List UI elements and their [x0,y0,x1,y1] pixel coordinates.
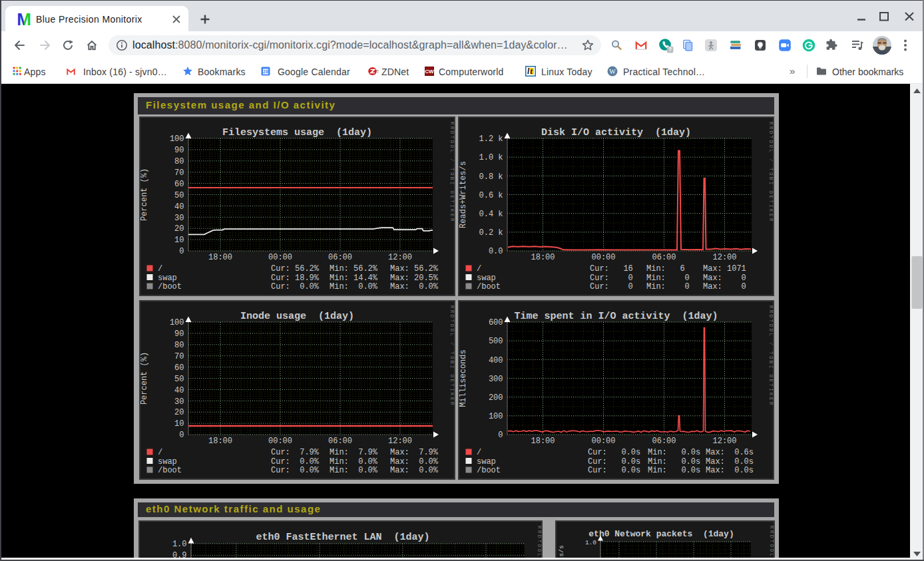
svg-text:RRDTOOL / TOBI OETIKER: RRDTOOL / TOBI OETIKER [768,122,774,223]
svg-text:Min: 0.0%: Min: 0.0% [330,457,378,467]
svg-text:80: 80 [174,341,184,350]
svg-text:W: W [609,68,616,75]
svg-text:Min: 6: Min: 6 [646,264,685,274]
svg-text:0.8 k: 0.8 k [479,172,503,182]
svg-text:swap: swap [477,457,496,467]
svg-text:RRDTOOL / TOBI OETIKER: RRDTOOL / TOBI OETIKER [449,122,455,223]
svg-text:/boot: /boot [477,282,501,291]
svg-text:Filesystems usage (1day): Filesystems usage (1day) [222,127,372,138]
svg-text:00:00: 00:00 [268,437,292,446]
svg-text:RRDTOOL / TOBI OETIKER: RRDTOOL / TOBI OETIKER [769,526,774,561]
svg-text:06:00: 06:00 [652,437,676,446]
svg-text:Cur: 0.0%: Cur: 0.0% [271,457,320,467]
svg-text:CW: CW [425,69,434,75]
svg-text:30: 30 [174,214,184,223]
svg-text:Max: 0.0s: Max: 0.0s [706,457,754,467]
svg-text:06:00: 06:00 [652,253,676,262]
svg-text:Max: 0.0%: Max: 0.0% [390,466,439,475]
svg-text:60: 60 [174,363,184,373]
svg-text:/: / [158,448,162,457]
svg-text:70: 70 [174,168,184,178]
svg-text:Min: 7.9%: Min: 7.9% [330,448,378,457]
svg-text:swap: swap [477,274,496,283]
svg-text:1.0 k: 1.0 k [479,153,503,162]
svg-text:80: 80 [174,157,184,166]
svg-text:0.0: 0.0 [489,247,503,256]
svg-text:Min: 0.0s: Min: 0.0s [648,466,700,475]
svg-text:Max: 7.9%: Max: 7.9% [390,448,439,457]
svg-text:1.0: 1.0 [585,539,596,546]
svg-text:Inode usage (1day): Inode usage (1day) [240,311,354,322]
svg-text:90: 90 [174,329,184,339]
svg-text:Cur: 0: Cur: 0 [590,282,633,291]
svg-text:12:00: 12:00 [712,437,736,446]
svg-text:/boot: /boot [158,466,182,475]
svg-text:Cur: 7.9%: Cur: 7.9% [271,448,320,457]
svg-text:28: 28 [263,69,268,74]
svg-text:Disk I/O activity (1day): Disk I/O activity (1day) [541,127,691,138]
svg-text:Milliseconds: Milliseconds [459,349,468,407]
svg-text:100: 100 [170,134,184,144]
svg-text:Reads+Writes/s: Reads+Writes/s [459,161,468,228]
svg-text:20: 20 [174,224,184,234]
svg-text:Cur: 0.0s: Cur: 0.0s [588,466,640,475]
svg-text:Max: 0.0%: Max: 0.0% [390,282,439,291]
svg-text:00:00: 00:00 [591,437,615,446]
svg-text:00:00: 00:00 [268,253,292,262]
svg-text:Min: 0.0s: Min: 0.0s [648,457,700,467]
svg-text:Max: 0: Max: 0 [703,282,746,291]
svg-text:Min: 0.0%: Min: 0.0% [330,282,378,291]
svg-text:Max: 0.0s: Max: 0.0s [706,466,754,475]
svg-text:06:00: 06:00 [328,437,352,446]
svg-text:RRDTOOL / TOBI OETIKER: RRDTOOL / TOBI OETIKER [537,526,542,561]
svg-text:Time spent in I/O activity (1: Time spent in I/O activity (1day) [514,311,718,322]
svg-text:Min: 0: Min: 0 [646,282,690,291]
svg-text:Cur: 18.9%: Cur: 18.9% [271,274,320,283]
svg-text:500: 500 [489,337,503,346]
svg-text:30: 30 [174,397,184,407]
svg-text:0: 0 [498,431,503,440]
svg-text:swap: swap [158,457,177,467]
svg-text:/: / [158,264,162,274]
svg-text:400: 400 [489,356,503,365]
svg-text:20: 20 [174,408,184,417]
svg-text:Max: 20.5%: Max: 20.5% [390,274,439,283]
svg-text:Cur: 0.0s: Cur: 0.0s [588,448,640,457]
svg-text:Max: 56.2%: Max: 56.2% [390,264,439,274]
svg-text:Cur: 0.0%: Cur: 0.0% [271,466,320,475]
svg-text:eth0 Network packets (1day): eth0 Network packets (1day) [588,529,734,539]
svg-text:12:00: 12:00 [388,253,412,262]
svg-text:?: ? [668,46,672,53]
svg-text:Cur: 0.0%: Cur: 0.0% [271,282,320,291]
svg-text:00:00: 00:00 [591,253,615,262]
svg-text:200: 200 [489,393,503,403]
svg-text:12:00: 12:00 [388,437,412,446]
svg-text:90: 90 [174,146,184,155]
svg-text:18:00: 18:00 [531,253,555,262]
svg-text:Percent (%): Percent (%) [140,352,149,405]
svg-text:Min: 56.2%: Min: 56.2% [330,264,378,274]
svg-text:/boot: /boot [477,466,501,475]
svg-text:0.4 k: 0.4 k [479,210,503,219]
svg-text:50: 50 [174,375,184,384]
svg-text:RRDTOOL / TOBI OETIKER: RRDTOOL / TOBI OETIKER [768,305,774,407]
svg-text:Max: 0.6s: Max: 0.6s [706,448,754,457]
svg-text:0.6 k: 0.6 k [479,191,503,200]
svg-text:Min: 0: Min: 0 [646,274,690,283]
svg-text:/: / [477,448,481,457]
svg-text:1.0: 1.0 [172,540,187,549]
svg-text:60: 60 [174,180,184,189]
svg-text:eth0 FastEthernet LAN (1day): eth0 FastEthernet LAN (1day) [256,532,429,543]
svg-text:Cur: 0.0s: Cur: 0.0s [588,457,640,467]
svg-text:06:00: 06:00 [328,253,352,262]
svg-text:1.2 k: 1.2 k [479,134,503,144]
svg-text:18:00: 18:00 [208,437,232,446]
svg-text:Min: 0.0s: Min: 0.0s [648,448,700,457]
svg-text:Cur: 0: Cur: 0 [590,274,633,283]
svg-text:/: / [477,264,481,274]
svg-text:0.2 k: 0.2 k [479,228,503,238]
svg-text:100: 100 [170,318,184,327]
svg-text:Max: 1071: Max: 1071 [703,264,746,274]
svg-text:RRDTOOL / TOBI OETIKER: RRDTOOL / TOBI OETIKER [449,305,455,407]
svg-text:40: 40 [174,386,184,395]
